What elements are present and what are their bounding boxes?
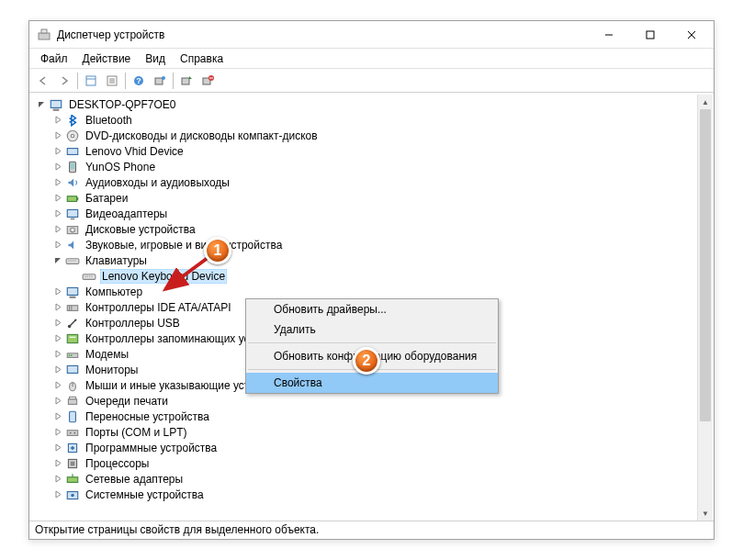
tree-node[interactable]: Сетевые адаптеры <box>30 471 713 487</box>
tree-node-label: Переносные устройства <box>84 409 211 424</box>
expand-icon[interactable] <box>52 240 63 251</box>
tree-node[interactable]: YunOS Phone <box>30 159 713 174</box>
tree-node-label: Системные устройства <box>84 487 206 502</box>
tree-node[interactable]: Программные устройства <box>30 440 713 455</box>
context-delete[interactable]: Удалить <box>246 319 498 340</box>
tree-node[interactable]: Переносные устройства <box>30 409 713 424</box>
tree-node-label: DVD-дисководы и дисководы компакт-дисков <box>84 129 320 143</box>
forward-button[interactable] <box>54 71 74 91</box>
expand-icon[interactable] <box>52 208 63 219</box>
context-update-drivers[interactable]: Обновить драйверы... <box>246 299 498 319</box>
maximize-button[interactable] <box>629 21 670 48</box>
expand-icon[interactable] <box>52 427 63 438</box>
expand-icon[interactable] <box>52 411 63 422</box>
scroll-down-arrow[interactable]: ▼ <box>698 506 713 521</box>
monitor-icon <box>65 363 80 377</box>
tree-node-label: DESKTOP-QPF7OE0 <box>67 97 177 112</box>
svg-rect-24 <box>67 148 77 154</box>
tree-node[interactable]: Порты (COM и LPT) <box>30 424 713 440</box>
tree-node[interactable]: Батареи <box>30 190 713 206</box>
tree-node[interactable]: Bluetooth <box>30 112 713 128</box>
tree-node-label: Клавиатуры <box>84 253 149 268</box>
help-button[interactable]: ? <box>129 71 149 91</box>
tree-node-label: Bluetooth <box>84 113 134 128</box>
tree-node[interactable]: Компьютер <box>30 284 713 299</box>
expand-icon[interactable] <box>52 224 63 235</box>
svg-rect-0 <box>39 33 50 39</box>
svg-point-15 <box>162 76 165 80</box>
menu-action[interactable]: Действие <box>75 50 139 67</box>
svg-point-48 <box>69 354 71 356</box>
vertical-scrollbar[interactable]: ▲ ▼ <box>697 95 713 521</box>
uninstall-device-button[interactable] <box>197 71 218 91</box>
tree-node[interactable]: Lenovo Keyboard Device <box>30 268 713 284</box>
expand-icon[interactable] <box>52 177 63 188</box>
close-button[interactable] <box>670 21 712 48</box>
svg-rect-56 <box>67 430 77 435</box>
tree-node[interactable]: Дисковые устройства <box>30 221 713 237</box>
context-properties[interactable]: Свойства <box>246 373 498 393</box>
expand-icon[interactable] <box>52 442 63 454</box>
expand-icon[interactable] <box>52 380 63 391</box>
menu-help[interactable]: Справка <box>173 50 231 67</box>
expand-icon[interactable] <box>52 162 63 173</box>
computer-icon <box>49 97 63 112</box>
expand-icon[interactable] <box>52 349 63 360</box>
scroll-thumb[interactable] <box>700 109 711 421</box>
expand-icon[interactable] <box>52 333 63 344</box>
portable-icon <box>65 409 80 424</box>
expand-icon[interactable] <box>52 396 63 407</box>
tree-node-label: YunOS Phone <box>84 160 157 174</box>
update-driver-button[interactable] <box>176 71 197 91</box>
tree-node-label: Сетевые адаптеры <box>84 472 185 487</box>
expand-icon <box>69 271 80 282</box>
expand-icon[interactable] <box>52 130 63 141</box>
scan-hardware-button[interactable] <box>150 71 170 91</box>
svg-point-32 <box>71 228 75 232</box>
expand-icon[interactable] <box>52 193 63 204</box>
svg-rect-28 <box>77 196 79 199</box>
expand-icon[interactable] <box>52 458 63 469</box>
expand-icon[interactable] <box>52 474 63 485</box>
tree-node-label: Мониторы <box>84 363 140 377</box>
expand-icon[interactable] <box>52 489 63 500</box>
expand-icon[interactable] <box>52 364 63 375</box>
properties-button[interactable] <box>102 71 122 91</box>
annotation-marker-1: 1 <box>204 237 231 264</box>
tree-node-label: Процессоры <box>84 456 152 471</box>
collapse-icon[interactable] <box>36 99 47 110</box>
tree-node[interactable]: Аудиовходы и аудиовыходы <box>30 174 713 190</box>
tree-node-label: Модемы <box>84 347 130 362</box>
tree-node[interactable]: Lenovo Vhid Device <box>30 143 713 159</box>
svg-rect-37 <box>67 287 77 295</box>
svg-point-23 <box>71 134 73 137</box>
tree-node[interactable]: Очереди печати <box>30 393 713 409</box>
tree-node[interactable]: DESKTOP-QPF7OE0 <box>30 96 713 112</box>
back-button[interactable] <box>33 71 53 91</box>
tree-node[interactable]: DVD-дисководы и дисководы компакт-дисков <box>30 128 713 143</box>
sound-icon <box>65 238 80 252</box>
tree-node[interactable]: Процессоры <box>30 455 713 471</box>
minimize-button[interactable] <box>588 21 629 48</box>
tree-node[interactable]: Звуковые, игровые и видеоустройства <box>30 237 713 252</box>
menu-file[interactable]: Файл <box>33 50 75 67</box>
annotation-marker-2: 2 <box>353 347 380 375</box>
expand-icon[interactable] <box>52 302 63 313</box>
scroll-up-arrow[interactable]: ▲ <box>698 95 713 109</box>
tree-node[interactable]: Видеоадаптеры <box>30 206 713 221</box>
expand-icon[interactable] <box>52 286 63 297</box>
svg-rect-3 <box>647 31 654 39</box>
expand-icon[interactable] <box>52 146 63 157</box>
expand-icon[interactable] <box>52 115 63 126</box>
show-hide-tree-button[interactable] <box>81 71 101 91</box>
svg-rect-30 <box>71 218 75 219</box>
svg-line-66 <box>165 255 211 289</box>
app-icon <box>37 28 51 42</box>
svg-rect-46 <box>70 336 76 337</box>
tree-node-label: Контроллеры IDE ATA/ATAPI <box>84 300 233 315</box>
expand-icon[interactable] <box>52 318 63 329</box>
tree-node[interactable]: Системные устройства <box>30 487 713 502</box>
menu-view[interactable]: Вид <box>138 50 173 67</box>
collapse-icon[interactable] <box>52 255 63 266</box>
tree-node[interactable]: Клавиатуры <box>30 252 713 268</box>
